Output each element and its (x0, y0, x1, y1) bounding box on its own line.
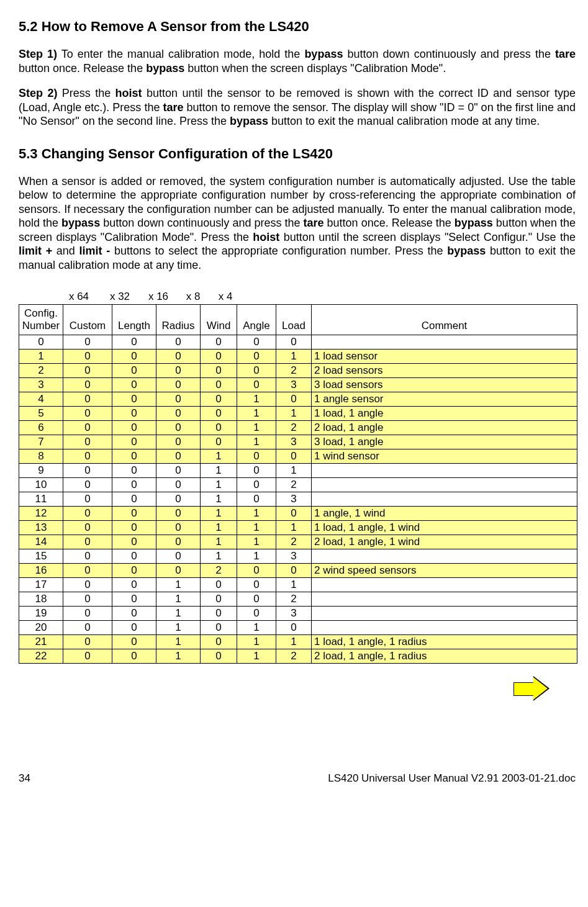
cell: 0 (63, 564, 112, 578)
cell: 1 (201, 478, 237, 492)
cell: 1 (276, 407, 312, 421)
cell: 0 (156, 335, 201, 350)
cell: 0 (112, 649, 156, 664)
cell: 0 (237, 449, 276, 464)
th-angle: Angle (237, 305, 276, 335)
cell: 9 (19, 464, 63, 478)
text: button down continuously and press the (100, 217, 303, 229)
table-row: 70000133 load, 1 angle (19, 435, 577, 449)
mult-x16: x 16 (139, 291, 178, 303)
cell: 0 (156, 378, 201, 392)
th-config: Config. Number (19, 305, 63, 335)
table-row: 20000022 load sensors (19, 364, 577, 378)
cell: 20 (19, 621, 63, 635)
cell: 1 (276, 350, 312, 364)
cell: 0 (237, 350, 276, 364)
table-row: 40000101 angle sensor (19, 392, 577, 407)
cell: 0 (237, 478, 276, 492)
cell: 1 (156, 578, 201, 592)
text: button until the screen displays "Select… (279, 231, 576, 243)
cell: 0 (201, 607, 237, 621)
cell: 1 (201, 521, 237, 535)
cell: 0 (276, 621, 312, 635)
table-row: 130001111 load, 1 angle, 1 wind (19, 521, 577, 535)
cell: 1 (201, 549, 237, 564)
cell: 2 (276, 649, 312, 664)
cell: 0 (276, 507, 312, 521)
cell: 2 (276, 478, 312, 492)
cell: 1 (156, 649, 201, 664)
cell-comment: 1 angle, 1 wind (312, 507, 577, 521)
th-wind: Wind (201, 305, 237, 335)
section-5-3-title: 5.3 Changing Sensor Configuration of the… (19, 146, 576, 162)
cell: 0 (112, 464, 156, 478)
cell: 0 (63, 392, 112, 407)
cell: 1 (156, 621, 201, 635)
cell: 0 (63, 535, 112, 549)
step-2-paragraph: Step 2) Press the hoist button until the… (19, 86, 576, 129)
table-row: 80001001 wind sensor (19, 449, 577, 464)
cell-comment (312, 621, 577, 635)
cell: 7 (19, 435, 63, 449)
text: and (52, 245, 79, 257)
cell-comment (312, 549, 577, 564)
arrow-right-icon (513, 676, 551, 701)
table-row: 11000103 (19, 492, 577, 507)
table-row: 20001010 (19, 621, 577, 635)
cell: 12 (19, 507, 63, 521)
section-5-3-paragraph: When a sensor is added or removed, the s… (19, 174, 576, 273)
cell: 0 (156, 350, 201, 364)
cell: 2 (276, 592, 312, 607)
table-row: 10000102 (19, 478, 577, 492)
cell: 1 (201, 535, 237, 549)
cell: 0 (276, 392, 312, 407)
cell: 1 (201, 449, 237, 464)
cell: 0 (156, 435, 201, 449)
cell: 11 (19, 492, 63, 507)
page-footer: 34 LS420 Universal User Manual V2.91 200… (19, 772, 576, 785)
cell: 14 (19, 535, 63, 549)
cell: 0 (201, 435, 237, 449)
table-row: 220010122 load, 1 angle, 1 radius (19, 649, 577, 664)
cell: 0 (156, 564, 201, 578)
cell: 1 (19, 350, 63, 364)
cell-comment (312, 492, 577, 507)
cell-comment (312, 607, 577, 621)
cell: 2 (276, 364, 312, 378)
cell: 1 (237, 421, 276, 435)
cell: 0 (63, 378, 112, 392)
cell: 0 (112, 478, 156, 492)
cell: 3 (276, 607, 312, 621)
cell: 0 (237, 464, 276, 478)
cell: 0 (63, 621, 112, 635)
cell: 0 (63, 492, 112, 507)
cell-comment: 1 load, 1 angle (312, 407, 577, 421)
cell: 0 (156, 549, 201, 564)
step-1-label: Step 1) (19, 48, 57, 60)
table-row: 9000101 (19, 464, 577, 478)
cell: 0 (276, 564, 312, 578)
table-row: 0000000 (19, 335, 577, 350)
cell-comment: 2 wind speed sensors (312, 564, 577, 578)
cell: 1 (237, 635, 276, 649)
cell: 0 (156, 407, 201, 421)
text: button to exit the manual calibration mo… (268, 115, 540, 127)
cell-comment (312, 592, 577, 607)
cell: 0 (201, 378, 237, 392)
page-number: 34 (19, 772, 30, 785)
mult-x8: x 8 (178, 291, 209, 303)
cell: 3 (276, 378, 312, 392)
cell: 1 (237, 649, 276, 664)
cell: 0 (112, 507, 156, 521)
cell: 0 (112, 549, 156, 564)
cell: 1 (237, 392, 276, 407)
cell: 0 (63, 350, 112, 364)
cell: 18 (19, 592, 63, 607)
text: button when the screen displays "Calibra… (184, 62, 446, 74)
table-row: 10000011 load sensor (19, 350, 577, 364)
cell-comment: 1 wind sensor (312, 449, 577, 464)
cell: 0 (112, 335, 156, 350)
cell-comment: 1 angle sensor (312, 392, 577, 407)
cell: 1 (156, 607, 201, 621)
cell: 1 (156, 635, 201, 649)
